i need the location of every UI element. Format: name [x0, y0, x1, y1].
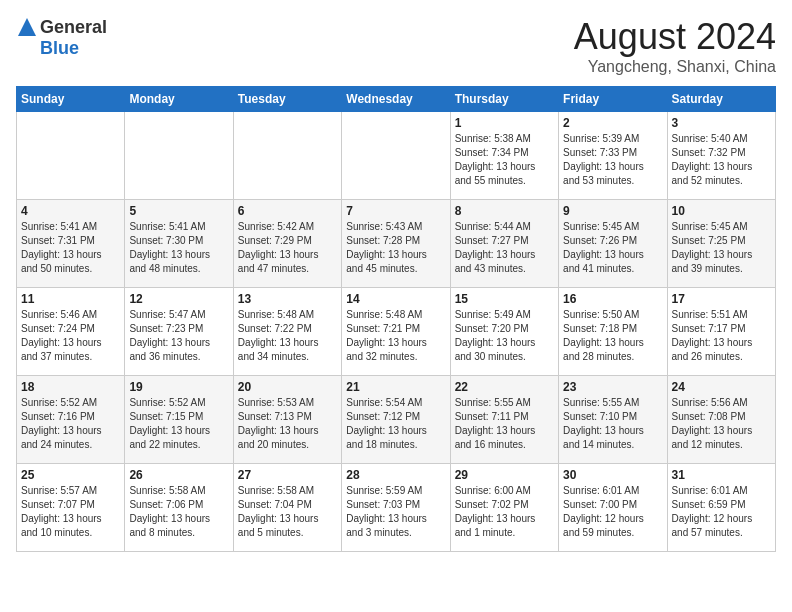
calendar-cell: 28Sunrise: 5:59 AM Sunset: 7:03 PM Dayli… [342, 464, 450, 552]
calendar-cell: 12Sunrise: 5:47 AM Sunset: 7:23 PM Dayli… [125, 288, 233, 376]
location: Yangcheng, Shanxi, China [574, 58, 776, 76]
day-info: Sunrise: 5:55 AM Sunset: 7:10 PM Dayligh… [563, 396, 662, 452]
day-number: 18 [21, 380, 120, 394]
day-info: Sunrise: 5:47 AM Sunset: 7:23 PM Dayligh… [129, 308, 228, 364]
day-info: Sunrise: 5:52 AM Sunset: 7:16 PM Dayligh… [21, 396, 120, 452]
calendar-cell [233, 112, 341, 200]
day-number: 20 [238, 380, 337, 394]
calendar-cell [17, 112, 125, 200]
day-number: 22 [455, 380, 554, 394]
calendar-cell: 29Sunrise: 6:00 AM Sunset: 7:02 PM Dayli… [450, 464, 558, 552]
calendar-cell: 18Sunrise: 5:52 AM Sunset: 7:16 PM Dayli… [17, 376, 125, 464]
day-number: 29 [455, 468, 554, 482]
day-info: Sunrise: 5:40 AM Sunset: 7:32 PM Dayligh… [672, 132, 771, 188]
day-number: 2 [563, 116, 662, 130]
day-info: Sunrise: 5:42 AM Sunset: 7:29 PM Dayligh… [238, 220, 337, 276]
day-info: Sunrise: 5:58 AM Sunset: 7:06 PM Dayligh… [129, 484, 228, 540]
day-info: Sunrise: 5:45 AM Sunset: 7:26 PM Dayligh… [563, 220, 662, 276]
calendar-cell: 9Sunrise: 5:45 AM Sunset: 7:26 PM Daylig… [559, 200, 667, 288]
page-header: General Blue August 2024 Yangcheng, Shan… [16, 16, 776, 76]
calendar-cell: 13Sunrise: 5:48 AM Sunset: 7:22 PM Dayli… [233, 288, 341, 376]
day-number: 23 [563, 380, 662, 394]
calendar-cell: 20Sunrise: 5:53 AM Sunset: 7:13 PM Dayli… [233, 376, 341, 464]
day-number: 13 [238, 292, 337, 306]
day-number: 12 [129, 292, 228, 306]
day-info: Sunrise: 5:59 AM Sunset: 7:03 PM Dayligh… [346, 484, 445, 540]
calendar-cell [125, 112, 233, 200]
calendar-cell: 22Sunrise: 5:55 AM Sunset: 7:11 PM Dayli… [450, 376, 558, 464]
calendar-cell: 10Sunrise: 5:45 AM Sunset: 7:25 PM Dayli… [667, 200, 775, 288]
day-info: Sunrise: 5:51 AM Sunset: 7:17 PM Dayligh… [672, 308, 771, 364]
calendar-cell: 19Sunrise: 5:52 AM Sunset: 7:15 PM Dayli… [125, 376, 233, 464]
day-number: 10 [672, 204, 771, 218]
calendar-cell: 17Sunrise: 5:51 AM Sunset: 7:17 PM Dayli… [667, 288, 775, 376]
day-number: 14 [346, 292, 445, 306]
weekday-header-wednesday: Wednesday [342, 87, 450, 112]
day-info: Sunrise: 6:00 AM Sunset: 7:02 PM Dayligh… [455, 484, 554, 540]
svg-marker-0 [18, 18, 36, 36]
day-number: 8 [455, 204, 554, 218]
day-number: 21 [346, 380, 445, 394]
day-number: 26 [129, 468, 228, 482]
week-row-1: 1Sunrise: 5:38 AM Sunset: 7:34 PM Daylig… [17, 112, 776, 200]
weekday-header-friday: Friday [559, 87, 667, 112]
day-number: 24 [672, 380, 771, 394]
weekday-header-row: SundayMondayTuesdayWednesdayThursdayFrid… [17, 87, 776, 112]
day-info: Sunrise: 5:58 AM Sunset: 7:04 PM Dayligh… [238, 484, 337, 540]
day-number: 5 [129, 204, 228, 218]
day-info: Sunrise: 5:55 AM Sunset: 7:11 PM Dayligh… [455, 396, 554, 452]
weekday-header-thursday: Thursday [450, 87, 558, 112]
calendar-cell: 1Sunrise: 5:38 AM Sunset: 7:34 PM Daylig… [450, 112, 558, 200]
day-number: 3 [672, 116, 771, 130]
day-number: 30 [563, 468, 662, 482]
month-title: August 2024 [574, 16, 776, 58]
day-number: 17 [672, 292, 771, 306]
day-number: 7 [346, 204, 445, 218]
weekday-header-sunday: Sunday [17, 87, 125, 112]
calendar-cell: 24Sunrise: 5:56 AM Sunset: 7:08 PM Dayli… [667, 376, 775, 464]
week-row-3: 11Sunrise: 5:46 AM Sunset: 7:24 PM Dayli… [17, 288, 776, 376]
day-number: 27 [238, 468, 337, 482]
weekday-header-monday: Monday [125, 87, 233, 112]
day-info: Sunrise: 5:52 AM Sunset: 7:15 PM Dayligh… [129, 396, 228, 452]
calendar-cell: 2Sunrise: 5:39 AM Sunset: 7:33 PM Daylig… [559, 112, 667, 200]
weekday-header-tuesday: Tuesday [233, 87, 341, 112]
day-number: 11 [21, 292, 120, 306]
day-number: 28 [346, 468, 445, 482]
day-number: 31 [672, 468, 771, 482]
calendar-cell [342, 112, 450, 200]
day-info: Sunrise: 5:45 AM Sunset: 7:25 PM Dayligh… [672, 220, 771, 276]
day-info: Sunrise: 5:44 AM Sunset: 7:27 PM Dayligh… [455, 220, 554, 276]
calendar-cell: 3Sunrise: 5:40 AM Sunset: 7:32 PM Daylig… [667, 112, 775, 200]
calendar-cell: 5Sunrise: 5:41 AM Sunset: 7:30 PM Daylig… [125, 200, 233, 288]
logo-blue-text: Blue [40, 38, 79, 59]
day-number: 19 [129, 380, 228, 394]
logo-icon [16, 16, 38, 38]
day-info: Sunrise: 5:56 AM Sunset: 7:08 PM Dayligh… [672, 396, 771, 452]
day-info: Sunrise: 5:49 AM Sunset: 7:20 PM Dayligh… [455, 308, 554, 364]
day-info: Sunrise: 5:41 AM Sunset: 7:31 PM Dayligh… [21, 220, 120, 276]
calendar-cell: 4Sunrise: 5:41 AM Sunset: 7:31 PM Daylig… [17, 200, 125, 288]
day-info: Sunrise: 5:41 AM Sunset: 7:30 PM Dayligh… [129, 220, 228, 276]
day-number: 25 [21, 468, 120, 482]
day-info: Sunrise: 6:01 AM Sunset: 6:59 PM Dayligh… [672, 484, 771, 540]
day-info: Sunrise: 5:43 AM Sunset: 7:28 PM Dayligh… [346, 220, 445, 276]
calendar-cell: 16Sunrise: 5:50 AM Sunset: 7:18 PM Dayli… [559, 288, 667, 376]
calendar-cell: 26Sunrise: 5:58 AM Sunset: 7:06 PM Dayli… [125, 464, 233, 552]
title-area: August 2024 Yangcheng, Shanxi, China [574, 16, 776, 76]
calendar-cell: 11Sunrise: 5:46 AM Sunset: 7:24 PM Dayli… [17, 288, 125, 376]
calendar-table: SundayMondayTuesdayWednesdayThursdayFrid… [16, 86, 776, 552]
week-row-2: 4Sunrise: 5:41 AM Sunset: 7:31 PM Daylig… [17, 200, 776, 288]
day-info: Sunrise: 5:57 AM Sunset: 7:07 PM Dayligh… [21, 484, 120, 540]
calendar-cell: 8Sunrise: 5:44 AM Sunset: 7:27 PM Daylig… [450, 200, 558, 288]
day-info: Sunrise: 6:01 AM Sunset: 7:00 PM Dayligh… [563, 484, 662, 540]
calendar-cell: 15Sunrise: 5:49 AM Sunset: 7:20 PM Dayli… [450, 288, 558, 376]
day-number: 6 [238, 204, 337, 218]
day-number: 9 [563, 204, 662, 218]
day-number: 1 [455, 116, 554, 130]
day-number: 15 [455, 292, 554, 306]
day-info: Sunrise: 5:50 AM Sunset: 7:18 PM Dayligh… [563, 308, 662, 364]
weekday-header-saturday: Saturday [667, 87, 775, 112]
day-info: Sunrise: 5:46 AM Sunset: 7:24 PM Dayligh… [21, 308, 120, 364]
calendar-cell: 30Sunrise: 6:01 AM Sunset: 7:00 PM Dayli… [559, 464, 667, 552]
